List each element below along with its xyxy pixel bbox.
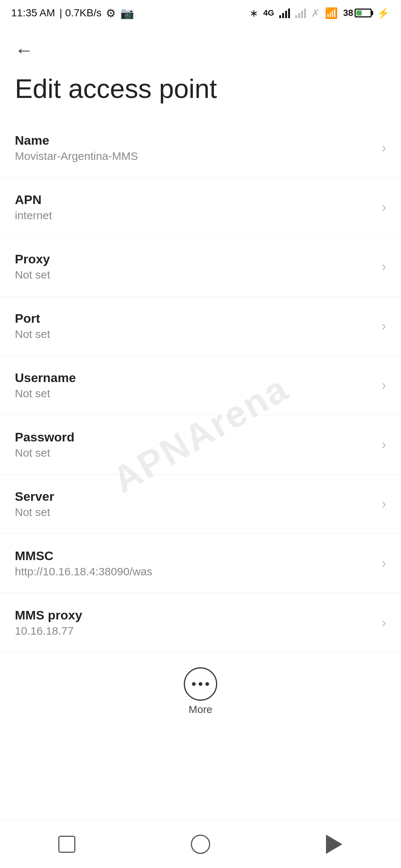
more-dot-3 xyxy=(205,682,209,686)
settings-item-content-0: Name Movistar-Argentina-MMS xyxy=(15,133,374,162)
charging-icon: ⚡ xyxy=(377,7,390,19)
settings-item-value-0: Movistar-Argentina-MMS xyxy=(15,150,374,162)
settings-item-mms-proxy[interactable]: MMS proxy 10.16.18.77 › xyxy=(0,593,401,652)
settings-item-content-1: APN internet xyxy=(15,193,374,222)
page-title: Edit access point xyxy=(0,67,401,118)
settings-item-mmsc[interactable]: MMSC http://10.16.18.4:38090/was › xyxy=(0,534,401,593)
settings-item-port[interactable]: Port Not set › xyxy=(0,296,401,356)
more-icon xyxy=(184,667,217,701)
settings-item-label-8: MMS proxy xyxy=(15,608,374,622)
network-4g-icon: 4G xyxy=(263,8,274,18)
camera-icon: 📷 xyxy=(120,7,134,20)
time-display: 11:35 AM xyxy=(11,7,55,19)
back-area: ← xyxy=(0,26,401,67)
settings-item-content-4: Username Not set xyxy=(15,371,374,400)
settings-item-value-5: Not set xyxy=(15,447,374,459)
settings-item-content-3: Port Not set xyxy=(15,311,374,341)
settings-item-value-6: Not set xyxy=(15,506,374,519)
home-icon xyxy=(191,835,210,854)
status-bar: 11:35 AM | 0.7KB/s ⚙ 📷 ∗ 4G ✗ 📶 38 ⚡ xyxy=(0,0,401,26)
settings-item-label-3: Port xyxy=(15,311,374,326)
speed-display: | 0.7KB/s xyxy=(59,7,101,19)
more-section: More xyxy=(0,652,401,727)
settings-item-content-8: MMS proxy 10.16.18.77 xyxy=(15,608,374,637)
settings-item-username[interactable]: Username Not set › xyxy=(0,356,401,415)
bluetooth-icon: ∗ xyxy=(250,7,258,19)
chevron-right-icon-7: › xyxy=(382,556,386,571)
back-button[interactable]: ← xyxy=(11,37,37,63)
back-arrow-icon: ← xyxy=(15,39,33,61)
settings-item-content-5: Password Not set xyxy=(15,430,374,459)
settings-item-label-1: APN xyxy=(15,193,374,207)
navigation-bar xyxy=(0,820,401,868)
nav-recents-button[interactable] xyxy=(48,829,85,859)
settings-item-value-4: Not set xyxy=(15,387,374,400)
settings-item-password[interactable]: Password Not set › xyxy=(0,415,401,474)
settings-item-server[interactable]: Server Not set › xyxy=(0,474,401,534)
settings-item-content-7: MMSC http://10.16.18.4:38090/was xyxy=(15,549,374,578)
settings-item-label-5: Password xyxy=(15,430,374,444)
settings-item-value-1: internet xyxy=(15,209,374,222)
settings-item-label-4: Username xyxy=(15,371,374,385)
settings-item-value-2: Not set xyxy=(15,269,374,281)
chevron-right-icon-1: › xyxy=(382,200,386,215)
settings-item-content-6: Server Not set xyxy=(15,489,374,519)
chevron-right-icon-5: › xyxy=(382,437,386,453)
chevron-right-icon-8: › xyxy=(382,615,386,631)
signal-bars-1 xyxy=(279,8,290,18)
wifi-icon: 📶 xyxy=(325,7,338,19)
back-nav-icon xyxy=(326,835,342,854)
settings-item-label-2: Proxy xyxy=(15,252,374,266)
settings-item-apn[interactable]: APN internet › xyxy=(0,178,401,237)
settings-item-value-8: 10.16.18.77 xyxy=(15,625,374,637)
chevron-right-icon-3: › xyxy=(382,318,386,334)
chevron-right-icon-2: › xyxy=(382,259,386,274)
more-dot-2 xyxy=(199,682,202,686)
settings-item-value-3: Not set xyxy=(15,328,374,341)
settings-icon: ⚙ xyxy=(106,7,116,20)
settings-item-name[interactable]: Name Movistar-Argentina-MMS › xyxy=(0,118,401,178)
settings-item-value-7: http://10.16.18.4:38090/was xyxy=(15,565,374,578)
status-left: 11:35 AM | 0.7KB/s ⚙ 📷 xyxy=(11,7,134,20)
no-signal-icon: ✗ xyxy=(311,7,320,19)
settings-item-content-2: Proxy Not set xyxy=(15,252,374,281)
status-right: ∗ 4G ✗ 📶 38 ⚡ xyxy=(250,7,390,19)
settings-list: Name Movistar-Argentina-MMS › APN intern… xyxy=(0,118,401,652)
nav-home-button[interactable] xyxy=(182,829,219,859)
nav-back-button[interactable] xyxy=(316,829,353,859)
battery-indicator: 38 xyxy=(343,8,372,18)
recents-icon xyxy=(58,836,75,853)
settings-item-label-0: Name xyxy=(15,133,374,148)
more-button[interactable]: More xyxy=(184,667,217,716)
more-label: More xyxy=(189,704,212,716)
settings-item-label-6: Server xyxy=(15,489,374,504)
more-dot-1 xyxy=(192,682,196,686)
settings-item-label-7: MMSC xyxy=(15,549,374,563)
signal-bars-2 xyxy=(295,8,306,18)
chevron-right-icon-4: › xyxy=(382,378,386,393)
chevron-right-icon-6: › xyxy=(382,496,386,512)
settings-item-proxy[interactable]: Proxy Not set › xyxy=(0,237,401,296)
chevron-right-icon-0: › xyxy=(382,140,386,156)
